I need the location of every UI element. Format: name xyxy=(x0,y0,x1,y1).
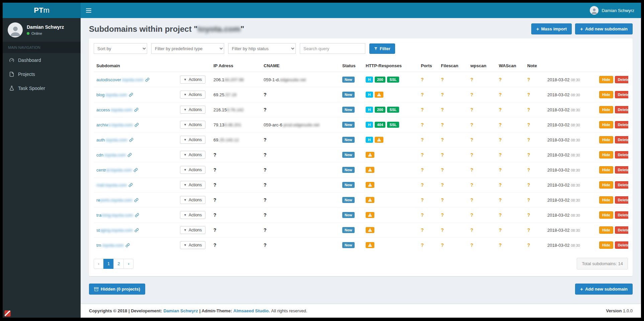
caret-down-icon: ▼ xyxy=(184,168,187,172)
link-icon[interactable] xyxy=(132,198,139,203)
link-icon[interactable] xyxy=(133,228,139,233)
hide-button[interactable]: Hide xyxy=(599,196,613,204)
sidebar-toggle-button[interactable] xyxy=(81,3,97,18)
pagination-page-2[interactable]: 2 xyxy=(113,259,124,269)
hide-button[interactable]: Hide xyxy=(599,121,613,128)
link-icon[interactable] xyxy=(127,183,133,188)
type-filter-select[interactable]: Filter by predefinied type xyxy=(151,43,224,54)
warning-badge xyxy=(375,137,383,143)
actions-dropdown-button[interactable]: ▼Actions xyxy=(180,76,205,84)
filter-button[interactable]: Filter xyxy=(369,43,395,54)
hidden-projects-button[interactable]: Hidden (0 projects) xyxy=(89,284,145,295)
link-icon[interactable] xyxy=(124,243,130,248)
status-cell: New xyxy=(340,163,363,178)
search-input[interactable] xyxy=(300,43,365,54)
hide-button[interactable]: Hide xyxy=(599,226,613,234)
subdomain-link[interactable]: auth.toyota.com xyxy=(96,137,127,142)
delete-button[interactable]: Delete xyxy=(615,226,628,234)
row-buttons-cell: HideDelete xyxy=(595,178,628,193)
subdomain-link[interactable]: training.toyota.com xyxy=(96,213,133,218)
subdomain-link[interactable]: cdn.toyota.com xyxy=(96,152,126,157)
wascan-cell: ? xyxy=(496,117,525,132)
subdomain-link[interactable]: staging.toyota.com xyxy=(96,228,133,233)
subdomain-link[interactable]: central.toyota.com xyxy=(96,168,132,173)
delete-button[interactable]: Delete xyxy=(615,76,628,83)
hide-button[interactable]: Hide xyxy=(599,166,613,174)
delete-button[interactable]: Delete xyxy=(615,211,628,219)
delete-button[interactable]: Delete xyxy=(615,166,628,174)
actions-dropdown-button[interactable]: ▼Actions xyxy=(180,166,205,174)
hide-button[interactable]: Hide xyxy=(599,211,613,219)
hide-button[interactable]: Hide xyxy=(599,136,613,143)
hide-button[interactable]: Hide xyxy=(599,151,613,158)
hide-button[interactable]: Hide xyxy=(599,91,613,98)
actions-dropdown-button[interactable]: ▼Actions xyxy=(180,226,205,234)
actions-dropdown-button[interactable]: ▼Actions xyxy=(180,106,205,114)
subdomain-link[interactable]: tm.toyota.com xyxy=(96,243,124,248)
link-icon[interactable] xyxy=(126,152,132,157)
ip-cell: 69.25.57.19 xyxy=(211,87,261,102)
wascan-cell: ? xyxy=(496,178,525,193)
http-status-filter-select[interactable]: Filter by http status xyxy=(228,43,296,54)
developer-link[interactable]: Damian Schwyrz xyxy=(163,308,198,313)
delete-button[interactable]: Delete xyxy=(615,196,628,204)
wascan-unknown: ? xyxy=(499,182,502,188)
ip-cell: 216.158.76.142 xyxy=(211,102,261,117)
actions-dropdown-button[interactable]: ▼Actions xyxy=(180,121,205,129)
delete-button[interactable]: Delete xyxy=(615,106,628,113)
actions-dropdown-button[interactable]: ▼Actions xyxy=(180,91,205,99)
actions-dropdown-button[interactable]: ▼Actions xyxy=(180,136,205,144)
link-icon[interactable] xyxy=(133,122,139,127)
link-icon[interactable] xyxy=(144,77,150,82)
table-footer-row: ‹12› Total subdomains: 14 xyxy=(89,252,633,276)
pagination-page-1[interactable]: 1 xyxy=(103,259,114,269)
actions-dropdown-button[interactable]: ▼Actions xyxy=(180,151,205,159)
subdomain-link[interactable]: autodiscover.toyota.com xyxy=(96,77,144,82)
link-icon[interactable] xyxy=(133,213,139,218)
column-header: wpscan xyxy=(468,60,496,72)
link-icon[interactable] xyxy=(127,92,133,97)
actions-dropdown-button[interactable]: ▼Actions xyxy=(180,181,205,189)
subdomain-link[interactable]: access.toyota.com xyxy=(96,107,132,112)
subdomain-link[interactable]: archive.toyota.com xyxy=(96,122,133,127)
actions-dropdown-button[interactable]: ▼Actions xyxy=(180,241,205,249)
delete-button[interactable]: Delete xyxy=(615,151,628,158)
online-status[interactable]: Online xyxy=(27,31,64,35)
cname-cell: ? xyxy=(261,223,340,238)
link-icon[interactable] xyxy=(127,137,133,142)
sidebar-item-projects[interactable]: Projects xyxy=(3,67,81,81)
hide-button[interactable]: Hide xyxy=(599,241,613,249)
sort-by-select[interactable]: Sort by xyxy=(94,43,147,54)
mass-import-button[interactable]: +Mass import xyxy=(531,23,572,34)
hide-button[interactable]: Hide xyxy=(599,181,613,189)
filescan-cell: ? xyxy=(438,72,468,87)
actions-dropdown-button[interactable]: ▼Actions xyxy=(180,211,205,219)
navbar-user-menu[interactable]: Damian Schwyrz xyxy=(583,3,641,18)
app-logo[interactable]: PTm xyxy=(3,3,81,18)
pagination-next[interactable]: › xyxy=(123,259,133,269)
subdomain-link[interactable]: blog.toyota.com xyxy=(96,92,127,97)
filescan-unknown: ? xyxy=(441,107,444,112)
subdomain-link[interactable]: reports.toyota.com xyxy=(96,198,132,203)
column-header: Subdomain xyxy=(94,60,177,72)
sidebar-item-task-spooler[interactable]: Task Spooler xyxy=(3,81,81,95)
filescan-unknown: ? xyxy=(441,197,444,203)
delete-button[interactable]: Delete xyxy=(615,241,628,249)
link-icon[interactable] xyxy=(132,107,139,112)
sidebar-item-dashboard[interactable]: Dashboard xyxy=(3,53,81,67)
theme-link[interactable]: Almsaeed Studio. xyxy=(234,308,270,313)
column-header xyxy=(177,60,211,72)
add-subdomain-button-bottom[interactable]: +Add new subdomain xyxy=(575,284,633,295)
hide-button[interactable]: Hide xyxy=(599,106,613,113)
actions-dropdown-button[interactable]: ▼Actions xyxy=(180,196,205,204)
wascan-unknown: ? xyxy=(499,92,502,97)
note-unknown: ? xyxy=(527,77,530,82)
delete-button[interactable]: Delete xyxy=(615,181,628,189)
subdomain-link[interactable]: mail.toyota.com xyxy=(96,183,127,188)
hide-button[interactable]: Hide xyxy=(599,76,613,83)
add-subdomain-button-top[interactable]: +Add new subdomain xyxy=(575,23,633,34)
link-icon[interactable] xyxy=(132,168,138,173)
delete-button[interactable]: Delete xyxy=(615,121,628,128)
delete-button[interactable]: Delete xyxy=(615,136,628,143)
delete-button[interactable]: Delete xyxy=(615,91,628,98)
